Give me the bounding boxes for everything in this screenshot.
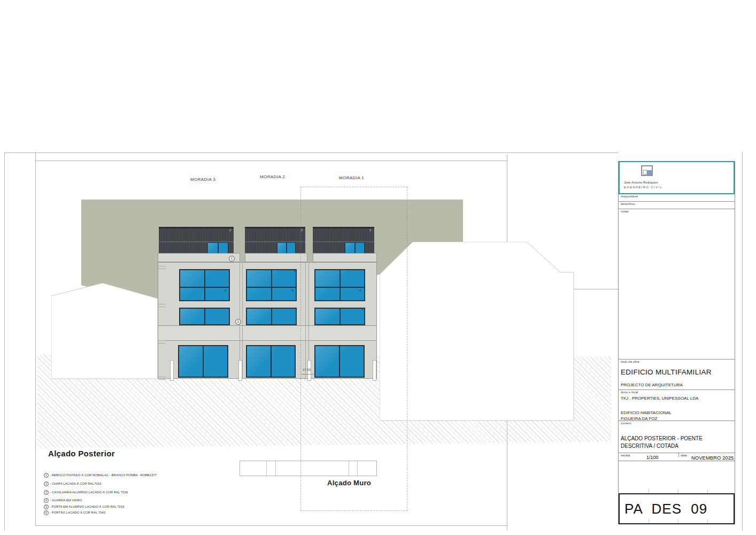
window-mid-moradia3 [179, 308, 230, 325]
bay-divider [242, 262, 243, 379]
penthouse-moradia3 [159, 227, 234, 253]
frame-line-left-outer [4, 152, 5, 531]
window-mid-moradia2 [246, 308, 297, 325]
level-tick [158, 266, 166, 266]
right-neighbour-silhouette [380, 242, 574, 421]
legend-num: 5 [44, 505, 49, 509]
legend-item: 5- PORTA EM ALUMÍNIO LACADO À COR RAL 70… [44, 505, 125, 509]
legend-num: 4 [44, 498, 49, 503]
window-upper-moradia2 [246, 269, 297, 301]
legend-num: 1 [44, 473, 49, 478]
frame-line-left-inner [35, 152, 36, 525]
level-tick [158, 343, 166, 343]
drawing-number: PA DES 09 [624, 501, 707, 517]
level-tick [158, 377, 166, 377]
ground-line-right [572, 289, 618, 289]
row-titulo: titulo da obra EDIFICIO MULTIFAMILIAR PR… [619, 360, 735, 390]
penthouse-moradia2 [245, 227, 305, 253]
grid-tick [707, 490, 708, 493]
legend-item: 4- GUARDA EM VIDRO [44, 498, 82, 503]
level-tick [158, 379, 166, 380]
location: FIGUEIRA DA FOZ [621, 416, 657, 421]
door-ground-moradia2 [246, 345, 296, 378]
label-moradia1: MORADIA 1 [339, 175, 364, 180]
level-tick [158, 304, 166, 304]
penthouse-door-moradia3 [207, 242, 228, 254]
legend-item: 2- CHAPA LACADA À COR RAL7016 [44, 482, 101, 486]
frame-line-bottom [35, 525, 507, 526]
marker-chapa: 2 [369, 228, 371, 232]
marker-reboco-circle: 1 [235, 319, 241, 325]
marker-caixilharia: 3 [294, 269, 295, 273]
escala-data-divider [678, 453, 679, 457]
parapet-moradia2 [245, 253, 307, 262]
grid-tick [649, 519, 649, 523]
legend-item: 1- REBOCO PINTADO À COR ROBIALAC - BRANC… [44, 473, 157, 478]
row-desenhou: desenhou [619, 202, 735, 209]
frame-line-top-inner [35, 160, 507, 161]
legend-item: 6- PORTÃO LACADO À COR RAL 7042 [44, 510, 105, 515]
marker-caixilharia: 3 [361, 308, 363, 311]
level-tick [158, 269, 166, 269]
project-title: EDIFICIO MULTIFAMILIAR [621, 368, 712, 376]
sheet-content-line2: DESCRITIVA / COTADA [621, 443, 678, 449]
row-responsavel: responsável [619, 194, 735, 202]
fence-post [238, 360, 242, 381]
legend-item: 3- CAIXILHARIA ALUMÍNIO LACADO À COR RAL… [44, 490, 128, 495]
sheet-content-line1: ALÇADO POSTERIOR - POENTE [621, 435, 703, 441]
grid-tick [707, 519, 708, 523]
grid-tick [649, 490, 649, 493]
frame-line-right-border [742, 152, 743, 531]
drawing-sheet: 2 2 2 1 4 4 4 3 3 1 17.60 MORADIA 3 MORA… [0, 0, 756, 535]
project-subtitle: PROJECTO DE ARQUITETURA [621, 383, 683, 387]
drawing-number-box: PA DES 09 [619, 493, 735, 524]
left-neighbour-silhouette [51, 283, 158, 379]
window-upper-moradia1 [314, 269, 365, 301]
wall-elevation-title: Alçado Muro [327, 479, 371, 487]
legend-num: 3 [44, 490, 49, 495]
row-notas: notas [619, 209, 735, 360]
marker-reboco-circle: 1 [229, 256, 235, 262]
grid-tick [678, 490, 678, 493]
cladding-joint-line [245, 241, 305, 242]
marker-guarda: 4 [291, 289, 293, 293]
penthouse-door-moradia2 [277, 242, 296, 254]
window-mid-moradia1 [314, 308, 365, 325]
owner-name: TKJ , PROPERTIES, UNIPESSOAL LDA [621, 396, 698, 401]
marker-guarda: 4 [225, 289, 226, 293]
title-block: Jose Antonio Rodrigues EGENHEIRO CIVIL r… [618, 161, 735, 524]
dimension-line [301, 374, 314, 374]
marker-guarda: 4 [359, 289, 361, 293]
elevation-title: Alçado Posterior [48, 449, 115, 458]
frame-line-top [4, 152, 618, 153]
row-contem: contém ALÇADO POSTERIOR - POENTE DESCRIT… [619, 421, 735, 453]
dimension-17-60: 17.60 [303, 368, 311, 371]
marker-chapa: 2 [301, 228, 303, 232]
label-moradia2: MORADIA 2 [260, 174, 285, 179]
legend-num: 2 [44, 482, 49, 486]
door-ground-moradia3 [178, 345, 228, 378]
building-type: EDIFICIO HABITACIONAL [621, 410, 672, 415]
company-logo-icon [639, 165, 655, 179]
level-tick [158, 307, 166, 307]
company-name: Jose Antonio Rodrigues [624, 181, 658, 184]
row-escala-data: escala 1/100 data NOVEMBRO 2025 [619, 453, 735, 461]
grid-tick [678, 519, 678, 523]
row-dono: dono e local TKJ , PROPERTIES, UNIPESSOA… [619, 390, 735, 421]
scale-value: 1/100 [646, 455, 659, 460]
fence-post [373, 360, 376, 381]
parapet-moradia3 [158, 253, 240, 262]
company-logo-box: Jose Antonio Rodrigues EGENHEIRO CIVIL [619, 161, 735, 194]
marker-chapa: 2 [229, 228, 231, 232]
legend-num: 6 [44, 510, 49, 515]
level-tick [158, 340, 166, 341]
door-ground-moradia1 [314, 345, 365, 378]
window-upper-moradia3 [179, 269, 230, 301]
company-role: EGENHEIRO CIVIL [624, 186, 662, 189]
date-value: NOVEMBRO 2025 [691, 455, 734, 461]
label-moradia3: MORADIA 3 [190, 177, 215, 182]
fence-post [170, 360, 174, 381]
